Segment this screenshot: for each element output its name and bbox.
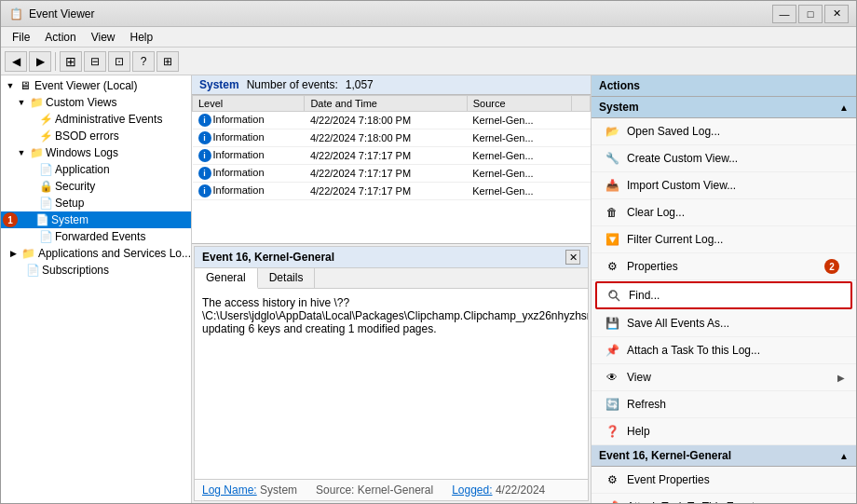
table-row[interactable]: iInformation 4/22/2024 7:18:00 PM Kernel… [193,112,591,129]
action-import-custom-view[interactable]: 📥 Import Custom View... [592,172,856,199]
menu-view[interactable]: View [84,29,123,46]
tree-forwarded-events[interactable]: 📄 Forwarded Events [1,228,191,245]
close-button[interactable]: ✕ [824,5,849,23]
event-viewer-window: 📋 Event Viewer — □ ✕ File Action View He… [0,0,857,504]
back-button[interactable]: ◀ [5,51,27,72]
action-save-all-events[interactable]: 💾 Save All Events As... [592,310,856,337]
action-filter-log[interactable]: 🔽 Filter Current Log... [592,226,856,253]
system-section-header[interactable]: System ▲ [592,97,856,118]
info-icon: i [198,167,211,180]
lock-icon-security: 🔒 [38,179,53,194]
table-row[interactable]: iInformation 4/22/2024 7:17:17 PM Kernel… [193,147,591,165]
action-help[interactable]: ❓ Help [592,418,856,445]
folder-icon-apps: 📁 [21,246,36,261]
logged-link[interactable]: Logged: [452,484,492,497]
source-value: Kernel-General [358,484,433,497]
expand-event-viewer[interactable]: ▼ [3,78,18,93]
open-folder-icon: 📂 [603,122,621,141]
action-create-custom-view[interactable]: 🔧 Create Custom View... [592,145,856,172]
extra-button[interactable]: ⊞ [156,51,179,72]
cell-level: iInformation [193,165,305,183]
tree-application[interactable]: 📄 Application [1,161,191,178]
expand-custom-views[interactable]: ▼ [14,95,29,110]
action-find[interactable]: Find... [595,281,852,309]
expand-setup [27,196,38,211]
info-icon: i [198,184,211,198]
find-icon [605,286,623,305]
properties-button[interactable]: ⊟ [84,51,106,72]
new-view-button[interactable]: ⊡ [108,51,130,72]
action-label-properties: Properties [627,260,678,273]
title-bar: 📋 Event Viewer — □ ✕ [1,1,856,27]
log-icon-application: 📄 [38,162,53,177]
tree-panel: ▼ 🖥 Event Viewer (Local) ▼ 📁 Custom View… [1,75,192,503]
expand-windows-logs[interactable]: ▼ [14,145,29,160]
log-name-link[interactable]: Log Name: [202,484,257,497]
detail-close-button[interactable]: ✕ [565,250,580,265]
table-row[interactable]: iInformation 4/22/2024 7:18:00 PM Kernel… [193,129,591,147]
tree-event-viewer-local[interactable]: ▼ 🖥 Event Viewer (Local) [1,77,191,94]
menu-action[interactable]: Action [37,29,83,46]
detail-header: Event 16, Kernel-General ✕ [195,247,588,268]
tree-custom-views[interactable]: ▼ 📁 Custom Views [1,94,191,111]
event-icon-admin: ⚡ [38,112,53,127]
center-panel: System Number of events: 1,057 Level Dat… [192,75,591,503]
actions-header: Actions [592,75,856,97]
tree-security[interactable]: 🔒 Security [1,178,191,195]
tree-windows-logs[interactable]: ▼ 📁 Windows Logs [1,144,191,161]
cell-level: iInformation [193,129,305,147]
menu-help[interactable]: Help [123,29,161,46]
tab-details[interactable]: Details [258,268,316,288]
log-header: System Number of events: 1,057 [192,75,591,95]
show-hide-button[interactable]: ⊞ [60,51,82,72]
tree-label-setup: Setup [55,197,84,210]
collapse-system[interactable]: ▲ [839,102,849,113]
action-view[interactable]: 👁 View ▶ [592,364,856,391]
tree-label-event-viewer: Event Viewer (Local) [34,79,138,92]
forward-button[interactable]: ▶ [29,51,51,72]
log-icon-subscriptions: 📄 [25,263,40,278]
badge-2: 2 [824,259,839,274]
tab-general[interactable]: General [195,268,258,289]
log-title: System [199,78,239,91]
log-name-label: Log Name: System [202,484,297,497]
logged-label: Logged: 4/22/2024 [452,484,545,497]
action-label-view: View [627,371,651,384]
tree-admin-events[interactable]: ⚡ Administrative Events [1,111,191,128]
action-attach-task-event[interactable]: 📌 Attach Task To This Event... [592,494,856,503]
col-datetime[interactable]: Date and Time [305,96,467,112]
tree-apps-services[interactable]: ▶ 📁 Applications and Services Lo... [1,245,191,262]
expand-apps-services[interactable]: ▶ [7,246,21,261]
collapse-event[interactable]: ▲ [839,451,849,461]
col-source[interactable]: Source [467,96,571,112]
table-row[interactable]: iInformation 4/22/2024 7:17:17 PM Kernel… [193,183,591,200]
table-row[interactable]: iInformation 4/22/2024 7:17:17 PM Kernel… [193,165,591,183]
event-section-title: Event 16, Kernel-General [599,449,731,462]
tree-setup[interactable]: 📄 Setup [1,195,191,211]
help-button[interactable]: ? [132,51,155,72]
action-label-import: Import Custom View... [627,179,736,192]
events-table-container: Level Date and Time Source iInformation … [192,95,591,244]
maximize-button[interactable]: □ [798,5,823,23]
expand-admin [27,112,38,127]
action-open-saved-log[interactable]: 📂 Open Saved Log... [592,118,856,145]
minimize-button[interactable]: — [772,5,796,23]
tree-label-apps-services: Applications and Services Lo... [38,247,191,260]
event-section-header[interactable]: Event 16, Kernel-General ▲ [592,445,856,467]
action-event-properties[interactable]: ⚙ Event Properties [592,467,856,494]
action-attach-task-log[interactable]: 📌 Attach a Task To this Log... [592,337,856,364]
detail-text: The access history in hive \??\C:\Users\… [202,296,588,335]
svg-line-1 [616,297,619,301]
attach-task-icon: 📌 [603,497,621,503]
folder-icon-windows-logs: 📁 [29,145,44,160]
tree-subscriptions[interactable]: 📄 Subscriptions [1,262,191,279]
action-refresh[interactable]: 🔄 Refresh [592,391,856,418]
attach-icon: 📌 [603,341,621,360]
tree-system[interactable]: 1 📄 System [1,211,191,228]
action-clear-log[interactable]: 🗑 Clear Log... [592,199,856,226]
action-properties[interactable]: ⚙ Properties 2 [592,253,856,280]
svg-point-2 [610,292,612,293]
menu-file[interactable]: File [5,29,37,46]
tree-bsod[interactable]: ⚡ BSOD errors [1,128,191,144]
col-level[interactable]: Level [193,96,305,112]
